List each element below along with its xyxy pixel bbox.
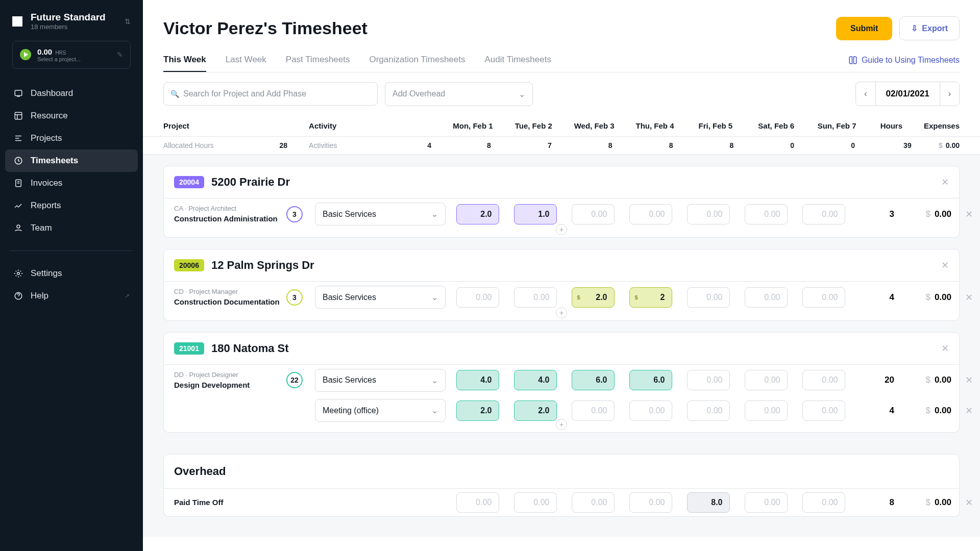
- add-row-button[interactable]: +: [556, 419, 567, 430]
- activity-select[interactable]: Basic Services⌄: [315, 286, 446, 309]
- day-input[interactable]: 0.00: [629, 204, 672, 224]
- nav-item-timesheets[interactable]: Timesheets: [5, 149, 138, 172]
- overhead-select[interactable]: Add Overhead ⌄: [385, 82, 533, 106]
- day-input[interactable]: 4.0: [456, 370, 499, 390]
- svg-point-5: [17, 272, 20, 275]
- day-input[interactable]: 6.0: [572, 370, 615, 390]
- dashboard-icon: [13, 88, 23, 98]
- tabs: This Week Last Week Past Timesheets Orga…: [163, 55, 848, 72]
- activity-select[interactable]: Basic Services⌄: [315, 369, 446, 392]
- tab-organization[interactable]: Organization Timesheets: [369, 55, 465, 72]
- day-input[interactable]: 0.00: [802, 400, 845, 421]
- header-tue: Tue, Feb 2: [503, 115, 564, 137]
- tab-past[interactable]: Past Timesheets: [286, 55, 350, 72]
- day-input[interactable]: 0.00: [629, 400, 672, 421]
- day-input[interactable]: 1.0: [514, 204, 557, 224]
- guide-link[interactable]: Guide to Using Timesheets: [848, 56, 960, 71]
- project-badge: 20006: [174, 259, 204, 271]
- day-input[interactable]: 0.00: [687, 400, 730, 421]
- day-input[interactable]: 4.0: [514, 370, 557, 390]
- day-input[interactable]: 0.00: [687, 287, 730, 308]
- day-input[interactable]: 0.00: [745, 370, 788, 390]
- chevron-down-icon: ⌄: [431, 375, 438, 385]
- day-input[interactable]: 6.0: [629, 370, 672, 390]
- day-input[interactable]: 0.00: [687, 370, 730, 390]
- topbar: Victor Perez's Timesheet Submit ⇩ Export…: [143, 0, 980, 72]
- day-input[interactable]: 0.00: [745, 204, 788, 224]
- row-hours: 8: [852, 497, 898, 508]
- project-badge: 20004: [174, 176, 204, 188]
- day-input[interactable]: 2.0: [572, 287, 615, 308]
- date-next-button[interactable]: ›: [940, 83, 959, 105]
- row-hours: 20: [852, 375, 898, 385]
- day-input[interactable]: 0.00: [745, 492, 788, 513]
- nav-item-projects[interactable]: Projects: [5, 127, 138, 149]
- day-input[interactable]: 2.0: [514, 400, 557, 421]
- tab-this-week[interactable]: This Week: [163, 55, 206, 72]
- activity-select[interactable]: Meeting (office)⌄: [315, 399, 446, 422]
- close-icon[interactable]: ✕: [941, 343, 949, 354]
- submit-button[interactable]: Submit: [836, 17, 892, 40]
- day-input[interactable]: 2.0: [456, 204, 499, 224]
- day-input[interactable]: 0.00: [629, 492, 672, 513]
- nav-item-resource[interactable]: Resource: [5, 105, 138, 127]
- add-row-button[interactable]: +: [556, 307, 567, 318]
- delete-row-button[interactable]: ✕: [960, 405, 978, 416]
- search-input[interactable]: [163, 82, 378, 106]
- close-icon[interactable]: ✕: [941, 177, 949, 188]
- edit-icon[interactable]: ✎: [117, 51, 123, 59]
- nav-item-team[interactable]: Team: [5, 217, 138, 239]
- day-input[interactable]: 0.00: [572, 204, 615, 224]
- role-label: DD · Project Designer: [174, 371, 286, 379]
- day-input[interactable]: 0.00: [745, 287, 788, 308]
- day-input[interactable]: 0.00: [687, 204, 730, 224]
- day-input[interactable]: 8.0: [687, 492, 730, 513]
- delete-row-button[interactable]: ✕: [960, 292, 978, 303]
- main-nav: Dashboard Resource Projects Timesheets I…: [0, 80, 143, 241]
- date-prev-button[interactable]: ‹: [856, 83, 875, 105]
- day-input[interactable]: 0.00: [802, 492, 845, 513]
- header-mon: Mon, Feb 1: [443, 115, 503, 137]
- phase-label: Design Development: [174, 381, 286, 390]
- add-row-button[interactable]: +: [556, 224, 567, 235]
- timer-widget[interactable]: 0.00 HRS Select a project... ✎: [12, 41, 131, 69]
- day-input[interactable]: 0.00: [572, 492, 615, 513]
- day-input[interactable]: 0.00: [456, 287, 499, 308]
- overhead-row: Paid Time Off 0.00 0.00 0.00 0.00 8.0 0.…: [164, 489, 959, 516]
- nav-item-invoices[interactable]: Invoices: [5, 172, 138, 194]
- delete-row-button[interactable]: ✕: [960, 209, 978, 220]
- day-input[interactable]: 0.00: [514, 492, 557, 513]
- timer-hours: 0.00 HRS: [37, 47, 111, 56]
- brand-switcher[interactable]: Future Standard 18 members ⇅: [0, 12, 143, 41]
- export-button[interactable]: ⇩ Export: [899, 16, 960, 40]
- tab-audit[interactable]: Audit Timesheets: [485, 55, 551, 72]
- nav-item-dashboard[interactable]: Dashboard: [5, 82, 138, 105]
- book-icon: [848, 56, 857, 65]
- delete-row-button[interactable]: ✕: [960, 374, 978, 386]
- allocated-row: Allocated Hours 28 Activities4 8 7 8 8 8…: [143, 137, 980, 155]
- nav-item-help[interactable]: Help↗: [5, 285, 138, 307]
- day-input[interactable]: 0.00: [514, 287, 557, 308]
- row-expenses: $0.00: [898, 375, 960, 385]
- row-expenses: $0.00: [898, 406, 960, 416]
- day-input[interactable]: 2.0: [456, 400, 499, 421]
- nav-divider: [10, 251, 133, 251]
- phase-label: Construction Administration: [174, 214, 286, 224]
- day-input[interactable]: 0.00: [802, 287, 845, 308]
- nav-item-settings[interactable]: Settings: [5, 262, 138, 285]
- day-input[interactable]: 0.00: [745, 400, 788, 421]
- day-input[interactable]: 0.00: [456, 492, 499, 513]
- day-input[interactable]: 0.00: [802, 204, 845, 224]
- day-input[interactable]: 0.00: [802, 370, 845, 390]
- close-icon[interactable]: ✕: [941, 260, 949, 271]
- day-input[interactable]: 0.00: [572, 400, 615, 421]
- activity-select[interactable]: Basic Services⌄: [315, 203, 446, 226]
- tab-last-week[interactable]: Last Week: [226, 55, 266, 72]
- day-input[interactable]: 2: [629, 287, 672, 308]
- row-hours: 4: [852, 406, 898, 416]
- play-icon[interactable]: [20, 49, 31, 60]
- nav-item-reports[interactable]: Reports: [5, 194, 138, 217]
- date-display[interactable]: 02/01/2021: [875, 82, 940, 106]
- search-project[interactable]: 🔍: [163, 82, 378, 106]
- delete-row-button[interactable]: ✕: [960, 497, 978, 508]
